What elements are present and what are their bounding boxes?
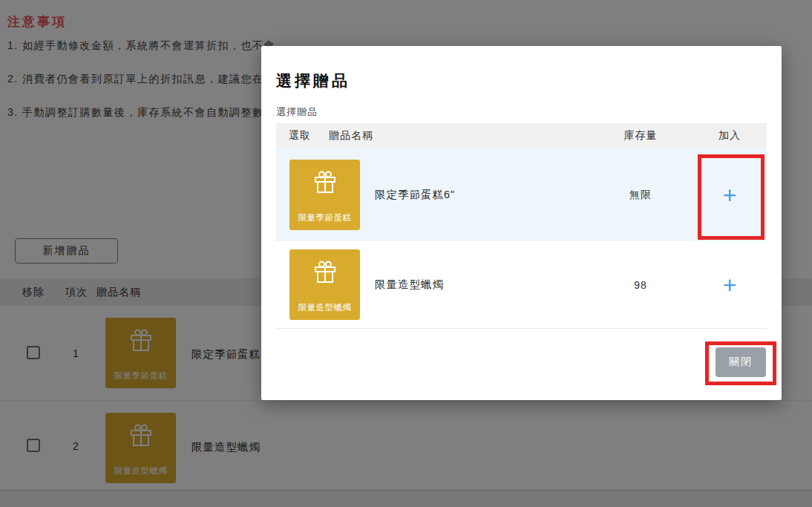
gift-image-tile: 限量季節蛋糕: [289, 160, 360, 230]
gift-stock: 98: [589, 279, 693, 291]
modal-table-header: 選取 贈品名稱 庫存量 加入: [276, 123, 767, 148]
gift-name: 限定季節蛋糕6": [375, 188, 589, 202]
modal-table-row-2: 限量造型蠟燭 限量造型蠟燭 98 +: [276, 241, 767, 329]
column-header-stock: 庫存量: [589, 129, 693, 143]
gift-image-tile: 限量造型蠟燭: [289, 249, 360, 320]
gift-name: 限量造型蠟燭: [375, 278, 589, 292]
modal-field-label: 選擇贈品: [276, 105, 318, 119]
modal-gift-table: 選取 贈品名稱 庫存量 加入 限量季節蛋糕 限定季節蛋糕6" 無: [276, 123, 767, 329]
annotation-box-add-button: [698, 154, 764, 240]
annotation-box-close-button: [705, 341, 776, 385]
column-header-name: 贈品名稱: [316, 129, 589, 143]
modal-table-row-1: 限量季節蛋糕 限定季節蛋糕6" 無限 +: [276, 148, 767, 241]
gift-icon: [312, 169, 338, 196]
add-gift-plus-button[interactable]: +: [693, 273, 767, 297]
gift-tile-label: 限量造型蠟燭: [298, 302, 352, 313]
gift-tile-label: 限量季節蛋糕: [298, 212, 352, 223]
column-header-select: 選取: [276, 129, 316, 143]
column-header-add: 加入: [693, 129, 767, 143]
gift-icon: [312, 259, 338, 286]
gift-stock: 無限: [589, 189, 693, 202]
modal-title: 選擇贈品: [276, 71, 350, 91]
